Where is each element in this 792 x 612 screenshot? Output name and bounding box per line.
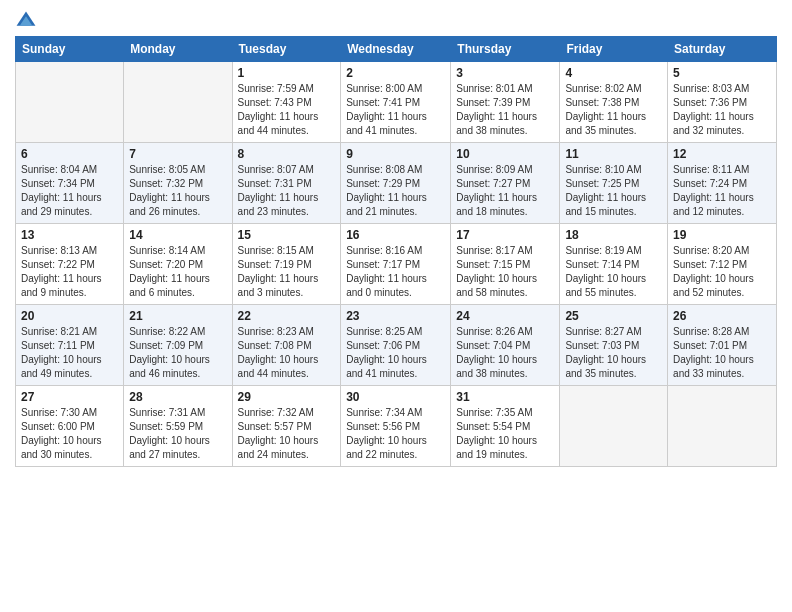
day-detail: Sunrise: 8:20 AM Sunset: 7:12 PM Dayligh… bbox=[673, 244, 771, 300]
day-detail: Sunrise: 8:07 AM Sunset: 7:31 PM Dayligh… bbox=[238, 163, 336, 219]
day-detail: Sunrise: 7:31 AM Sunset: 5:59 PM Dayligh… bbox=[129, 406, 226, 462]
calendar-day-cell bbox=[560, 386, 668, 467]
day-number: 12 bbox=[673, 147, 771, 161]
calendar-day-cell: 2Sunrise: 8:00 AM Sunset: 7:41 PM Daylig… bbox=[341, 62, 451, 143]
day-detail: Sunrise: 8:17 AM Sunset: 7:15 PM Dayligh… bbox=[456, 244, 554, 300]
day-number: 17 bbox=[456, 228, 554, 242]
calendar-day-cell: 15Sunrise: 8:15 AM Sunset: 7:19 PM Dayli… bbox=[232, 224, 341, 305]
weekday-header-row: SundayMondayTuesdayWednesdayThursdayFrid… bbox=[16, 37, 777, 62]
day-number: 21 bbox=[129, 309, 226, 323]
main-container: SundayMondayTuesdayWednesdayThursdayFrid… bbox=[0, 0, 792, 477]
calendar-day-cell: 22Sunrise: 8:23 AM Sunset: 7:08 PM Dayli… bbox=[232, 305, 341, 386]
day-detail: Sunrise: 8:25 AM Sunset: 7:06 PM Dayligh… bbox=[346, 325, 445, 381]
day-number: 19 bbox=[673, 228, 771, 242]
calendar-day-cell: 14Sunrise: 8:14 AM Sunset: 7:20 PM Dayli… bbox=[124, 224, 232, 305]
day-number: 29 bbox=[238, 390, 336, 404]
calendar-day-cell: 16Sunrise: 8:16 AM Sunset: 7:17 PM Dayli… bbox=[341, 224, 451, 305]
day-number: 23 bbox=[346, 309, 445, 323]
day-number: 4 bbox=[565, 66, 662, 80]
header-row bbox=[15, 10, 777, 32]
calendar-day-cell: 31Sunrise: 7:35 AM Sunset: 5:54 PM Dayli… bbox=[451, 386, 560, 467]
calendar-week-row: 1Sunrise: 7:59 AM Sunset: 7:43 PM Daylig… bbox=[16, 62, 777, 143]
weekday-header-friday: Friday bbox=[560, 37, 668, 62]
weekday-header-tuesday: Tuesday bbox=[232, 37, 341, 62]
day-number: 27 bbox=[21, 390, 118, 404]
calendar-day-cell: 29Sunrise: 7:32 AM Sunset: 5:57 PM Dayli… bbox=[232, 386, 341, 467]
calendar-day-cell: 24Sunrise: 8:26 AM Sunset: 7:04 PM Dayli… bbox=[451, 305, 560, 386]
day-number: 6 bbox=[21, 147, 118, 161]
day-detail: Sunrise: 8:19 AM Sunset: 7:14 PM Dayligh… bbox=[565, 244, 662, 300]
weekday-header-wednesday: Wednesday bbox=[341, 37, 451, 62]
day-detail: Sunrise: 8:03 AM Sunset: 7:36 PM Dayligh… bbox=[673, 82, 771, 138]
calendar-day-cell: 21Sunrise: 8:22 AM Sunset: 7:09 PM Dayli… bbox=[124, 305, 232, 386]
calendar-day-cell bbox=[668, 386, 777, 467]
day-number: 24 bbox=[456, 309, 554, 323]
calendar-day-cell: 25Sunrise: 8:27 AM Sunset: 7:03 PM Dayli… bbox=[560, 305, 668, 386]
day-number: 11 bbox=[565, 147, 662, 161]
day-number: 31 bbox=[456, 390, 554, 404]
day-number: 14 bbox=[129, 228, 226, 242]
day-detail: Sunrise: 8:26 AM Sunset: 7:04 PM Dayligh… bbox=[456, 325, 554, 381]
day-detail: Sunrise: 7:30 AM Sunset: 6:00 PM Dayligh… bbox=[21, 406, 118, 462]
day-detail: Sunrise: 8:27 AM Sunset: 7:03 PM Dayligh… bbox=[565, 325, 662, 381]
day-number: 5 bbox=[673, 66, 771, 80]
day-detail: Sunrise: 7:34 AM Sunset: 5:56 PM Dayligh… bbox=[346, 406, 445, 462]
calendar-day-cell: 12Sunrise: 8:11 AM Sunset: 7:24 PM Dayli… bbox=[668, 143, 777, 224]
day-number: 16 bbox=[346, 228, 445, 242]
day-detail: Sunrise: 8:28 AM Sunset: 7:01 PM Dayligh… bbox=[673, 325, 771, 381]
calendar-day-cell: 11Sunrise: 8:10 AM Sunset: 7:25 PM Dayli… bbox=[560, 143, 668, 224]
day-detail: Sunrise: 8:02 AM Sunset: 7:38 PM Dayligh… bbox=[565, 82, 662, 138]
day-number: 9 bbox=[346, 147, 445, 161]
calendar-day-cell: 28Sunrise: 7:31 AM Sunset: 5:59 PM Dayli… bbox=[124, 386, 232, 467]
calendar-day-cell: 23Sunrise: 8:25 AM Sunset: 7:06 PM Dayli… bbox=[341, 305, 451, 386]
calendar-day-cell: 4Sunrise: 8:02 AM Sunset: 7:38 PM Daylig… bbox=[560, 62, 668, 143]
day-detail: Sunrise: 8:15 AM Sunset: 7:19 PM Dayligh… bbox=[238, 244, 336, 300]
day-detail: Sunrise: 8:16 AM Sunset: 7:17 PM Dayligh… bbox=[346, 244, 445, 300]
day-number: 2 bbox=[346, 66, 445, 80]
day-number: 25 bbox=[565, 309, 662, 323]
day-number: 22 bbox=[238, 309, 336, 323]
calendar-day-cell: 17Sunrise: 8:17 AM Sunset: 7:15 PM Dayli… bbox=[451, 224, 560, 305]
calendar-week-row: 27Sunrise: 7:30 AM Sunset: 6:00 PM Dayli… bbox=[16, 386, 777, 467]
day-detail: Sunrise: 8:11 AM Sunset: 7:24 PM Dayligh… bbox=[673, 163, 771, 219]
day-detail: Sunrise: 8:08 AM Sunset: 7:29 PM Dayligh… bbox=[346, 163, 445, 219]
day-detail: Sunrise: 8:10 AM Sunset: 7:25 PM Dayligh… bbox=[565, 163, 662, 219]
calendar-day-cell: 9Sunrise: 8:08 AM Sunset: 7:29 PM Daylig… bbox=[341, 143, 451, 224]
day-detail: Sunrise: 8:23 AM Sunset: 7:08 PM Dayligh… bbox=[238, 325, 336, 381]
day-number: 30 bbox=[346, 390, 445, 404]
day-number: 8 bbox=[238, 147, 336, 161]
day-detail: Sunrise: 8:00 AM Sunset: 7:41 PM Dayligh… bbox=[346, 82, 445, 138]
calendar-day-cell: 1Sunrise: 7:59 AM Sunset: 7:43 PM Daylig… bbox=[232, 62, 341, 143]
day-number: 20 bbox=[21, 309, 118, 323]
calendar-week-row: 13Sunrise: 8:13 AM Sunset: 7:22 PM Dayli… bbox=[16, 224, 777, 305]
calendar-day-cell: 7Sunrise: 8:05 AM Sunset: 7:32 PM Daylig… bbox=[124, 143, 232, 224]
day-number: 7 bbox=[129, 147, 226, 161]
day-number: 10 bbox=[456, 147, 554, 161]
day-detail: Sunrise: 8:14 AM Sunset: 7:20 PM Dayligh… bbox=[129, 244, 226, 300]
day-detail: Sunrise: 8:21 AM Sunset: 7:11 PM Dayligh… bbox=[21, 325, 118, 381]
calendar-day-cell bbox=[124, 62, 232, 143]
day-number: 15 bbox=[238, 228, 336, 242]
weekday-header-sunday: Sunday bbox=[16, 37, 124, 62]
day-detail: Sunrise: 8:01 AM Sunset: 7:39 PM Dayligh… bbox=[456, 82, 554, 138]
calendar-day-cell: 27Sunrise: 7:30 AM Sunset: 6:00 PM Dayli… bbox=[16, 386, 124, 467]
day-number: 3 bbox=[456, 66, 554, 80]
calendar-day-cell: 20Sunrise: 8:21 AM Sunset: 7:11 PM Dayli… bbox=[16, 305, 124, 386]
day-detail: Sunrise: 8:22 AM Sunset: 7:09 PM Dayligh… bbox=[129, 325, 226, 381]
day-number: 1 bbox=[238, 66, 336, 80]
day-number: 26 bbox=[673, 309, 771, 323]
day-number: 18 bbox=[565, 228, 662, 242]
day-number: 13 bbox=[21, 228, 118, 242]
calendar-day-cell: 19Sunrise: 8:20 AM Sunset: 7:12 PM Dayli… bbox=[668, 224, 777, 305]
calendar-day-cell bbox=[16, 62, 124, 143]
calendar-week-row: 20Sunrise: 8:21 AM Sunset: 7:11 PM Dayli… bbox=[16, 305, 777, 386]
calendar-day-cell: 26Sunrise: 8:28 AM Sunset: 7:01 PM Dayli… bbox=[668, 305, 777, 386]
calendar-day-cell: 18Sunrise: 8:19 AM Sunset: 7:14 PM Dayli… bbox=[560, 224, 668, 305]
day-detail: Sunrise: 7:59 AM Sunset: 7:43 PM Dayligh… bbox=[238, 82, 336, 138]
weekday-header-thursday: Thursday bbox=[451, 37, 560, 62]
calendar-day-cell: 8Sunrise: 8:07 AM Sunset: 7:31 PM Daylig… bbox=[232, 143, 341, 224]
calendar-day-cell: 10Sunrise: 8:09 AM Sunset: 7:27 PM Dayli… bbox=[451, 143, 560, 224]
day-detail: Sunrise: 7:35 AM Sunset: 5:54 PM Dayligh… bbox=[456, 406, 554, 462]
logo-icon bbox=[15, 10, 37, 32]
day-number: 28 bbox=[129, 390, 226, 404]
